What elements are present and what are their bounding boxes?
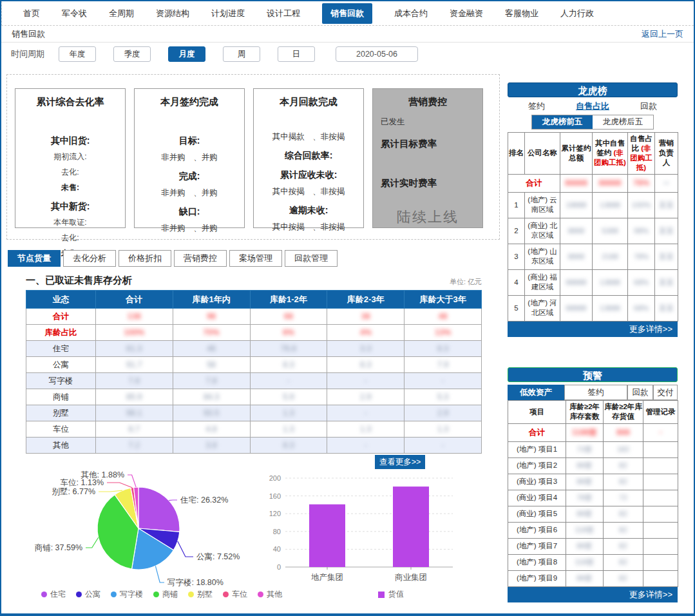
masked-value: 8888 [568, 253, 585, 260]
summary-card: 本月签约完成目标:非并购 、并购完成:非并购 、并购缺口:非并购 、并购 [134, 88, 245, 228]
tab-营销费控[interactable]: 营销费控 [174, 250, 227, 267]
cell: 58 [173, 357, 250, 373]
period-option-日[interactable]: 日 [278, 46, 315, 62]
period-option-月度[interactable]: 月度 [168, 46, 205, 62]
masked-value: 1.3 [283, 409, 294, 418]
row-label: 住宅 [26, 341, 96, 357]
pie-legend: 住宅公寓写字楼商铺别墅车位其他 [41, 589, 282, 600]
cell: 48 [405, 309, 482, 325]
column-header: 累计签约总额 [560, 133, 593, 175]
nav-item-资金融资[interactable]: 资金融资 [450, 8, 483, 19]
table-row: (地产) 项目173套182 [508, 441, 678, 457]
legend-item-别墅: 别墅 [188, 589, 213, 600]
card-title: 累计综合去化率 [15, 96, 125, 108]
more-details-link[interactable]: 更多详情>> [629, 324, 672, 334]
period-option-季度[interactable]: 季度 [113, 46, 151, 62]
card-line: 其中按揭 、非按揭 [254, 186, 363, 197]
cell: 100% [628, 192, 655, 218]
nav-item-资源结构[interactable]: 资源结构 [156, 8, 189, 19]
card-line: 其中新货: [15, 201, 125, 213]
masked-value: 888 [616, 428, 630, 437]
period-options: 年度季度月度周日 [59, 46, 315, 62]
nav-item-首页[interactable]: 首页 [23, 8, 40, 19]
masked-value: 13888 [600, 278, 620, 286]
nav-item-客服物业[interactable]: 客服物业 [505, 8, 538, 19]
masked-value: - [659, 428, 662, 437]
warning-tab-签约[interactable]: 签约 [564, 385, 627, 400]
view-more-button[interactable]: 查看更多>> [375, 455, 425, 469]
tab-去化分析[interactable]: 去化分析 [63, 250, 116, 267]
column-header: 库龄1-2年 [250, 291, 327, 309]
card-line: 本年取证: [15, 217, 125, 228]
card-line: 未售: [15, 182, 125, 193]
masked-value: 82 [619, 510, 627, 517]
leader-line [99, 490, 122, 492]
masked-value: 7.8 [129, 376, 140, 385]
cell: 68% [628, 269, 655, 295]
nav-item-计划进度[interactable]: 计划进度 [211, 8, 245, 19]
masked-value: 某某 [659, 253, 674, 260]
cell: - [405, 438, 482, 454]
warning-tabs: 低效资产签约回款交付 [508, 385, 678, 400]
table-header-row: 业态合计库龄1年内库龄1-2年库龄2-3年库龄大于3年 [26, 291, 482, 309]
cell: 1.3 [250, 421, 327, 438]
nav-item-军令状[interactable]: 军令状 [62, 8, 87, 19]
tbody: 合计13898683848库龄占比100%70%6%4%13%住宅81.3467… [26, 309, 482, 454]
column-header: 库龄2-3年 [327, 291, 405, 309]
summary-cards: 累计综合去化率其中旧货:期初流入:去化:未售:其中新货:本年取证:去化:未售:本… [6, 74, 500, 240]
toggle-龙虎榜后五[interactable]: 龙虎榜后五 [593, 115, 653, 129]
more-details-link[interactable]: 更多详情>> [629, 590, 672, 599]
cell: 82 [604, 570, 643, 586]
leaderboard-footer: 更多详情>> [508, 322, 678, 337]
toggle-龙虎榜前五[interactable]: 龙虎榜前五 [532, 115, 593, 129]
nav-item-设计工程[interactable]: 设计工程 [267, 8, 300, 19]
legend-item-商铺: 商铺 [153, 589, 178, 600]
leader-line [128, 475, 136, 487]
date-picker[interactable]: 2020-05-06 [336, 46, 418, 62]
thead: 项目库龄≥2年库存套数库龄≥2年库存货值管理记录 [508, 400, 678, 423]
unit-label: 单位: 亿元 [450, 277, 482, 287]
masked-value: - [441, 376, 444, 385]
table-row: 1(地产) 云南区域1888813888100%某某 [508, 192, 678, 218]
period-option-年度[interactable]: 年度 [59, 46, 96, 62]
table-row: (商业) 项目588套82 [508, 506, 678, 522]
leaderboard-tab-回款[interactable]: 回款 [640, 101, 657, 112]
masked-value: 7.9 [437, 360, 448, 369]
warning-tab-回款[interactable]: 回款 [627, 385, 653, 400]
cell: 88套 [566, 538, 604, 554]
nav-item-销售回款[interactable]: 销售回款 [322, 3, 372, 24]
back-link[interactable]: 返回上一页 [642, 28, 683, 40]
cell: 5388 [593, 218, 628, 244]
tab-节点货量[interactable]: 节点货量 [8, 250, 61, 267]
row-label: 车位 [26, 421, 96, 438]
tab-价格折扣[interactable]: 价格折扣 [119, 250, 171, 267]
cell: 8.7 [95, 421, 173, 438]
leaderboard-tab-自售占比[interactable]: 自售占比 [576, 101, 609, 112]
nav-item-全周期[interactable]: 全周期 [109, 8, 134, 19]
cell: 98.1 [95, 405, 173, 421]
tab-案场管理[interactable]: 案场管理 [229, 250, 282, 267]
warning-tab-低效资产[interactable]: 低效资产 [508, 385, 564, 400]
leaderboard-tab-签约[interactable]: 签约 [528, 101, 545, 112]
masked-value: 4.8 [205, 425, 216, 434]
warning-title: 预警 [508, 367, 678, 382]
cell: 78% [628, 244, 655, 269]
period-option-周[interactable]: 周 [223, 46, 260, 62]
legend-label: 商铺 [162, 589, 178, 600]
period-label: 时间周期 [11, 48, 44, 60]
tab-回款管理[interactable]: 回款管理 [285, 250, 338, 267]
legend-dot [41, 592, 47, 597]
masked-value: 73套 [576, 445, 592, 453]
cell [643, 570, 678, 586]
masked-value: 2.9 [437, 409, 448, 418]
column-header: 合计 [95, 291, 173, 309]
card-line: 其中旧货: [15, 135, 125, 147]
cell: - [250, 373, 327, 389]
nav-item-成本合约[interactable]: 成本合约 [394, 8, 428, 19]
table-row: 住宅81.34676.83.38.3 [26, 341, 482, 357]
masked-value: 98% [634, 227, 649, 235]
warning-tab-交付[interactable]: 交付 [653, 385, 678, 400]
bar-legend-label: 货值 [388, 589, 404, 600]
nav-item-人力行政[interactable]: 人力行政 [560, 8, 594, 19]
cell: 88套 [566, 474, 604, 490]
